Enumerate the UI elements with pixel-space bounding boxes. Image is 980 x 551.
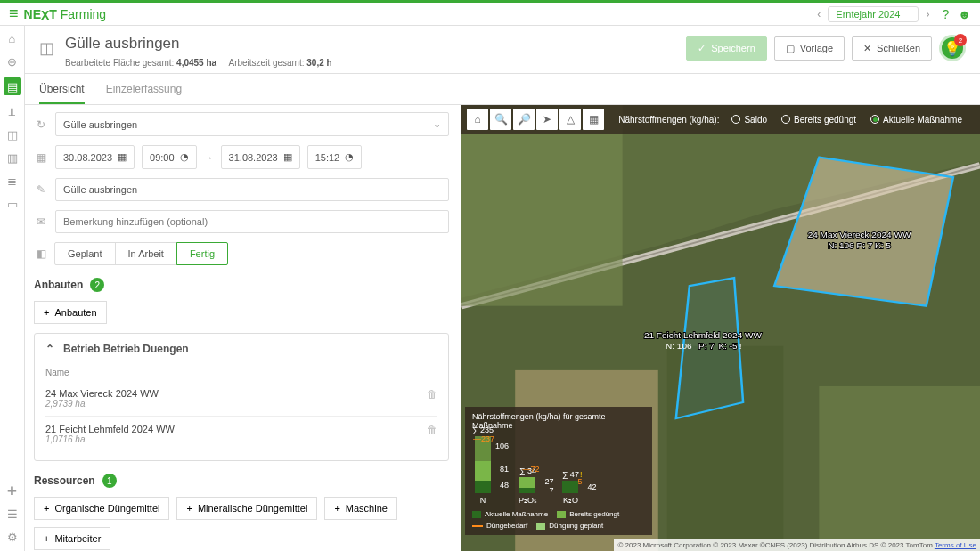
page-title: Gülle ausbringen (65, 35, 332, 53)
comment-icon: ✉ (34, 215, 48, 228)
user-icon[interactable]: ☻ (958, 7, 971, 21)
tab-overview[interactable]: Übersicht (39, 74, 85, 104)
nav-layers-icon[interactable]: ◫ (5, 127, 20, 142)
nav-add-icon[interactable]: ⊕ (5, 54, 20, 69)
nav-list-icon[interactable]: ☰ (5, 506, 20, 521)
map-panel[interactable]: 24 Max Viereck 2024 WW N: 106 P: 7 K: 5 … (461, 105, 980, 551)
map-draw-icon[interactable]: △ (559, 109, 581, 130)
anbauten-card: ⌃ Betrieb Betrieb Duengen Name 24 Max Vi… (34, 333, 449, 461)
note-input[interactable] (55, 210, 449, 233)
refresh-icon: ↻ (34, 118, 48, 131)
close-button[interactable]: ✕Schließen (852, 36, 932, 61)
delete-plot-icon[interactable]: 🗑 (427, 388, 437, 401)
chevron-down-icon: ⌄ (433, 118, 441, 130)
status-done[interactable]: Fertig (176, 242, 228, 265)
plot-row: 21 Feicht Lehmfeld 2024 WW 1,0716 ha 🗑 (45, 417, 437, 451)
tips-bulb-icon[interactable]: 💡2 (939, 35, 966, 61)
task-type-select[interactable]: Gülle ausbringen⌄ (55, 112, 449, 136)
form-tabs: Übersicht Einzelerfassung (25, 74, 980, 105)
nav-home-icon[interactable]: ⌂ (5, 31, 20, 45)
svg-text:24 Max Viereck 2024 WW: 24 Max Viereck 2024 WW (808, 230, 911, 239)
nav-sidebar: ⌂ ⊕ ▤ ⫫ ◫ ▥ ≣ ▭ ✚ ☰ ⚙ (0, 26, 25, 551)
map-zoom-out-icon[interactable]: 🔎 (513, 109, 535, 130)
nav-chart-icon[interactable]: ⫫ (5, 104, 20, 118)
add-worker-button[interactable]: +Mitarbeiter (34, 527, 110, 550)
calendar-icon: ▦ (34, 151, 48, 164)
pencil-icon: ✎ (34, 183, 48, 196)
add-organic-button[interactable]: +Organische Düngemittel (34, 497, 169, 520)
delete-plot-icon[interactable]: 🗑 (427, 424, 437, 436)
status-inwork[interactable]: In Arbeit (115, 242, 177, 265)
svg-text:N: 106  P: 7   K: 5: N: 106 P: 7 K: 5 (828, 240, 891, 249)
add-mineral-button[interactable]: +Mineralische Düngemittel (176, 497, 317, 520)
description-input[interactable] (55, 178, 449, 201)
svg-text:K: -5: K: -5 (718, 341, 737, 350)
svg-text:P: 7: P: 7 (698, 341, 715, 350)
add-machine-button[interactable]: +Maschine (324, 497, 397, 520)
radio-already[interactable]: Bereits gedüngt (781, 115, 856, 125)
chevron-up-icon: ⌃ (45, 343, 54, 355)
terms-link[interactable]: Terms of Use (935, 541, 976, 549)
harvest-year-select[interactable]: Erntejahr 2024 (828, 6, 919, 22)
map-attribution: © 2023 Microsoft Corporation © 2023 Maxa… (614, 539, 980, 551)
task-type-icon: ◫ (39, 38, 54, 58)
help-icon[interactable]: ? (942, 7, 949, 21)
status-planned[interactable]: Geplant (54, 242, 116, 265)
status-icon: ◧ (34, 247, 48, 260)
nav-stack-icon[interactable]: ≣ (5, 174, 20, 188)
nav-folder-icon[interactable]: ▭ (5, 197, 20, 211)
svg-rect-6 (819, 386, 980, 547)
tab-single[interactable]: Einzelerfassung (106, 74, 182, 104)
map-locate-icon[interactable]: ➤ (536, 109, 558, 130)
map-toolbar: ⌂ 🔍 🔎 ➤ △ ▦ Nährstoffmengen (kg/ha): Sal… (461, 105, 980, 134)
svg-text:!: ! (739, 341, 742, 350)
anbauten-card-toggle[interactable]: ⌃ Betrieb Betrieb Duengen (35, 334, 448, 364)
date-to-input[interactable]: 31.08.2023▦ (221, 145, 300, 169)
svg-rect-5 (461, 105, 623, 306)
time-from-input[interactable]: 09:00◔ (142, 145, 197, 169)
year-prev-icon[interactable]: ‹ (813, 8, 824, 20)
nutrient-panel: Nährstoffmengen (kg/ha) für gesamte Maßn… (465, 407, 652, 535)
year-next-icon[interactable]: › (922, 8, 933, 20)
svg-text:21 Feicht Lehmfeld 2024 WW: 21 Feicht Lehmfeld 2024 WW (644, 330, 762, 339)
map-home-icon[interactable]: ⌂ (467, 109, 488, 130)
nav-clipboard-icon[interactable]: ▤ (4, 77, 21, 95)
map-grid-icon[interactable]: ▦ (583, 109, 604, 130)
nav-bookmark-icon[interactable]: ▥ (5, 150, 20, 165)
date-from-input[interactable]: 30.08.2023▦ (55, 145, 135, 169)
svg-text:N: 106: N: 106 (666, 341, 692, 350)
app-logo: NEXT Farming (24, 7, 107, 21)
form-panel: ↻ Gülle ausbringen⌄ ▦ 30.08.2023▦ 09:00◔… (25, 105, 461, 551)
map-zoom-in-icon[interactable]: 🔍 (490, 109, 511, 130)
add-anbauten-button[interactable]: +Anbauten (34, 301, 107, 324)
nav-settings-icon[interactable]: ⚙ (5, 530, 20, 544)
save-button[interactable]: ✓Speichern (686, 36, 767, 61)
nav-puzzle-icon[interactable]: ✚ (5, 483, 20, 498)
app-header: ≡ NEXT Farming ‹ Erntejahr 2024 › ? ☻ (0, 3, 980, 26)
radio-saldo[interactable]: Saldo (731, 115, 767, 125)
hamburger-icon[interactable]: ≡ (9, 4, 19, 23)
radio-current[interactable]: Aktuelle Maßnahme (870, 115, 962, 125)
page-header: ◫ Gülle ausbringen Bearbeitete Fläche ge… (25, 26, 980, 74)
resources-section-header: Ressourcen 1 (34, 474, 449, 488)
plot-row: 24 Max Viereck 2024 WW 2,9739 ha 🗑 (45, 381, 437, 417)
template-button[interactable]: ▢Vorlage (774, 36, 845, 61)
anbauten-section-header: Anbauten 2 (34, 278, 449, 292)
time-to-input[interactable]: 15:12◔ (307, 145, 363, 169)
